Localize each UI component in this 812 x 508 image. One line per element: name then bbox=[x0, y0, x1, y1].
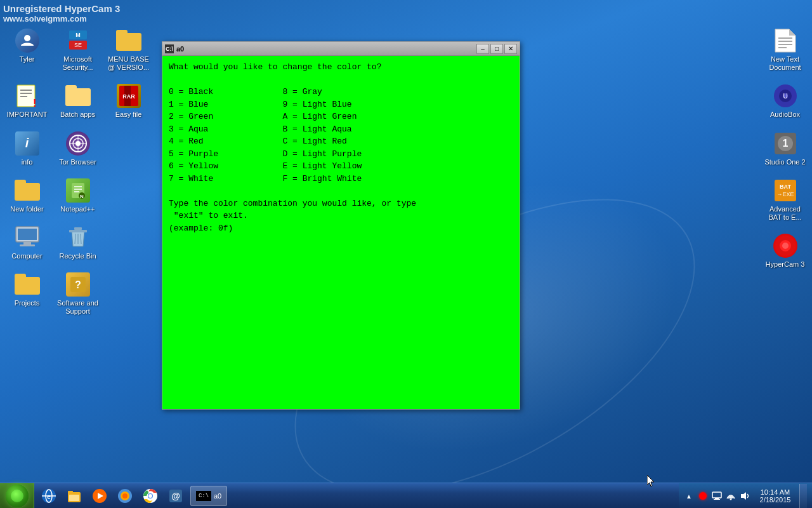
cmd-window-icon: C:\ bbox=[165, 44, 174, 53]
recycle-bin-label: Recycle Bin bbox=[59, 252, 96, 260]
clock-time: 10:14 AM bbox=[761, 488, 790, 496]
computer-label: Computer bbox=[11, 252, 42, 260]
cmd-close-button[interactable]: ✕ bbox=[504, 44, 517, 54]
show-desktop-button[interactable] bbox=[799, 484, 807, 508]
tor-browser-label: Tor Browser bbox=[59, 158, 96, 166]
menu-base-icon bbox=[116, 30, 141, 51]
new-text-document-label: New Text Document bbox=[764, 55, 806, 72]
desktop-icon-new-folder[interactable]: New folder bbox=[3, 175, 51, 216]
advanced-bat-label: Advanced BAT to E... bbox=[764, 205, 806, 222]
svg-rect-7 bbox=[17, 85, 35, 107]
svg-rect-27 bbox=[18, 229, 37, 240]
tor-browser-icon bbox=[66, 131, 90, 156]
desktop-icon-tor-browser[interactable]: Tor Browser bbox=[54, 128, 102, 169]
taskbar-chrome-icon[interactable] bbox=[138, 485, 162, 507]
recycle-bin-icon bbox=[68, 226, 88, 249]
software-support-icon: ? bbox=[66, 272, 90, 297]
desktop-icon-microsoft-security[interactable]: M SE Microsoft Security... bbox=[54, 25, 102, 74]
info-label: info bbox=[22, 158, 33, 166]
advanced-bat-icon: BAT →EXE bbox=[773, 178, 797, 203]
hypercam-icon bbox=[773, 234, 797, 258]
taskbar-ie-icon[interactable]: e bbox=[37, 485, 61, 507]
svg-marker-38 bbox=[789, 29, 796, 36]
svg-text:BAT: BAT bbox=[780, 184, 791, 190]
taskbar-file-explorer-icon[interactable] bbox=[62, 485, 86, 507]
tray-record-icon bbox=[698, 491, 708, 501]
menu-base-label: MENU BASE @ VERSIO... bbox=[107, 55, 150, 72]
notepadpp-icon: N bbox=[66, 178, 90, 203]
taskbar-firefox-icon[interactable] bbox=[113, 485, 137, 507]
desktop-icon-info[interactable]: i info bbox=[3, 128, 51, 169]
studio-one-icon: 1 bbox=[773, 131, 797, 156]
taskbar-task-cmd-icon: C:\ bbox=[196, 491, 211, 501]
desktop-icon-advanced-bat[interactable]: BAT →EXE Advanced BAT to E... bbox=[761, 175, 809, 224]
svg-text:M: M bbox=[75, 32, 81, 38]
taskbar: e bbox=[0, 483, 812, 508]
svg-text:?: ? bbox=[75, 279, 81, 290]
start-button[interactable] bbox=[0, 483, 34, 509]
desktop-icon-menu-base[interactable]: MENU BASE @ VERSIO... bbox=[105, 25, 152, 74]
svg-point-67 bbox=[122, 493, 128, 498]
svg-point-76 bbox=[730, 498, 732, 500]
start-orb-inner bbox=[11, 490, 23, 502]
svg-text:@: @ bbox=[171, 491, 180, 501]
desktop: Unregistered HyperCam 3 www.solveigmm.co… bbox=[0, 0, 812, 508]
desktop-icon-easy-file[interactable]: RAR Easy file bbox=[105, 81, 152, 121]
cmd-maximize-button[interactable]: □ bbox=[490, 44, 503, 54]
svg-text:U: U bbox=[783, 93, 787, 100]
desktop-icon-studio-one-2[interactable]: 1 Studio One 2 bbox=[761, 128, 809, 169]
hypercam-label: HyperCam 3 bbox=[766, 260, 805, 269]
cmd-window: C:\ a0 – □ ✕ What would you like to chan… bbox=[162, 41, 520, 410]
svg-rect-75 bbox=[714, 499, 720, 500]
taskbar-media-player-icon[interactable] bbox=[88, 485, 112, 507]
desktop-icons-right: New Text Document U AudioBox 1 bbox=[761, 25, 809, 271]
info-icon: i bbox=[15, 131, 39, 156]
desktop-icon-new-text-document[interactable]: New Text Document bbox=[761, 25, 809, 74]
audiobox-icon: U bbox=[773, 84, 797, 108]
desktop-icon-hypercam-3[interactable]: HyperCam 3 bbox=[761, 231, 809, 271]
audiobox-label: AudioBox bbox=[770, 110, 800, 119]
svg-rect-73 bbox=[712, 492, 721, 498]
svg-marker-77 bbox=[741, 492, 746, 500]
new-folder-label: New folder bbox=[10, 205, 44, 213]
cmd-titlebar: C:\ a0 – □ ✕ bbox=[162, 42, 520, 56]
desktop-icons-left: Tyler M SE Microsoft Sec bbox=[3, 25, 152, 319]
tray-volume-icon[interactable] bbox=[740, 491, 750, 501]
important-icon: ! bbox=[16, 84, 39, 108]
desktop-icon-batch-apps[interactable]: Batch apps bbox=[54, 81, 102, 121]
taskbar-ie2-icon[interactable]: @ bbox=[164, 485, 188, 507]
desktop-icon-projects[interactable]: Projects bbox=[3, 269, 51, 318]
desktop-icon-tyler[interactable]: Tyler bbox=[3, 25, 51, 74]
batch-apps-label: Batch apps bbox=[60, 110, 95, 119]
taskbar-task-cmd-label: a0 bbox=[214, 492, 221, 500]
svg-point-70 bbox=[148, 494, 152, 498]
cmd-content[interactable]: What would you like to change the color … bbox=[162, 56, 520, 409]
cmd-minimize-button[interactable]: – bbox=[476, 44, 489, 54]
svg-rect-28 bbox=[23, 242, 31, 244]
clock[interactable]: 10:14 AM 2/18/2015 bbox=[756, 488, 794, 504]
svg-text:→EXE: →EXE bbox=[776, 191, 794, 197]
clock-date: 2/18/2015 bbox=[760, 496, 791, 504]
cmd-controls: – □ ✕ bbox=[476, 44, 517, 54]
desktop-icon-audiobox[interactable]: U AudioBox bbox=[761, 81, 809, 121]
desktop-icon-computer[interactable]: Computer bbox=[3, 222, 51, 263]
desktop-icon-recycle-bin[interactable]: Recycle Bin bbox=[54, 222, 102, 263]
easy-file-icon: RAR bbox=[117, 84, 141, 108]
desktop-icon-important[interactable]: ! IMPORTANT bbox=[3, 81, 51, 121]
ms-security-icon: M SE bbox=[66, 29, 90, 53]
new-text-document-icon bbox=[774, 28, 797, 53]
notepadpp-label: Notepad++ bbox=[60, 205, 95, 213]
start-orb bbox=[6, 485, 29, 507]
svg-text:N: N bbox=[80, 194, 84, 199]
taskbar-quick-launch: e bbox=[37, 483, 188, 509]
taskbar-task-cmd[interactable]: C:\ a0 bbox=[190, 486, 227, 506]
tray-network-icon[interactable] bbox=[726, 491, 736, 501]
desktop-icon-notepadpp[interactable]: N Notepad++ bbox=[54, 175, 102, 216]
svg-text:RAR: RAR bbox=[122, 93, 135, 100]
system-tray: ▲ bbox=[679, 483, 812, 508]
tray-screen-icon[interactable] bbox=[712, 491, 722, 501]
new-folder-icon bbox=[15, 180, 40, 201]
desktop-icon-software-support[interactable]: ? Software and Support bbox=[54, 269, 102, 318]
tray-expand-button[interactable]: ▲ bbox=[684, 491, 694, 501]
svg-point-55 bbox=[782, 243, 789, 249]
